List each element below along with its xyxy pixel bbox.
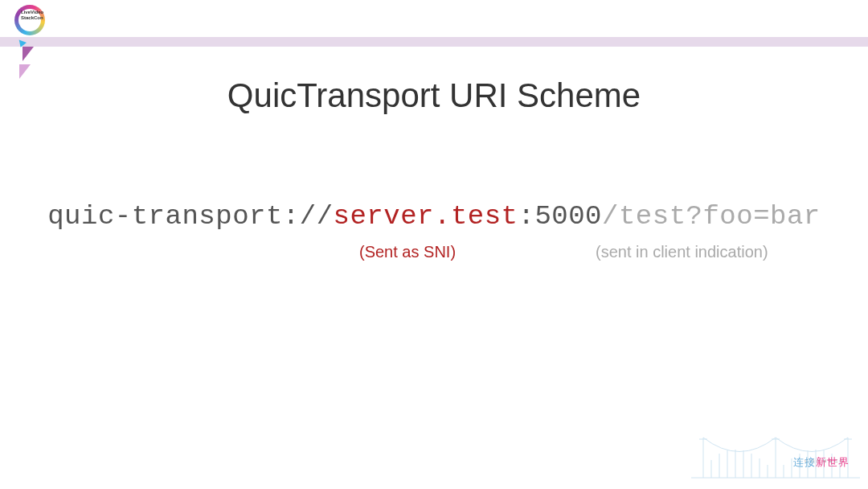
uri-example: quic-transport://server.test:5000/test?f… [0,201,868,232]
slide-title: QuicTransport URI Scheme [0,76,868,115]
footer-text-right: 新世界 [816,456,850,468]
uri-port: :5000 [518,201,603,232]
logo-line2: StackCon [21,15,43,20]
logo-line1: LiveVideo [21,10,43,14]
annotation-client-indication: (sent in client indication) [596,243,768,261]
uri-host: server.test [334,201,518,232]
top-accent-bar [0,37,868,47]
uri-path: /test?foo=bar [602,201,821,232]
footer-tagline: 连接新世界 [793,455,850,470]
event-logo: LiveVideo StackCon [14,5,55,45]
decor-triangle-icon [23,47,34,61]
annotation-row: (Sent as SNI) (sent in client indication… [0,243,868,267]
footer-text-left: 连接 [793,456,816,468]
uri-scheme: quic-transport:// [47,201,333,232]
annotation-sni: (Sent as SNI) [359,243,456,261]
